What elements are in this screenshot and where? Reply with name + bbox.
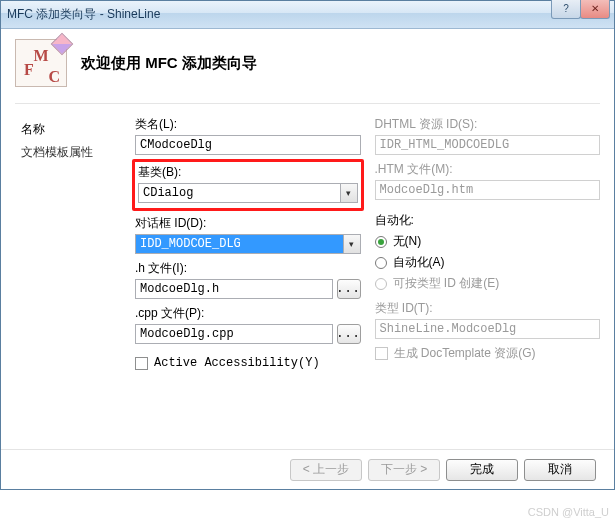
htmfile-input: ModcoeDlg.htm xyxy=(375,180,601,200)
titlebar: MFC 添加类向导 - ShineLine ? ✕ xyxy=(1,1,614,29)
radio-icon xyxy=(375,257,387,269)
baseclass-combo[interactable]: CDialog ▾ xyxy=(138,183,358,203)
close-button[interactable]: ✕ xyxy=(580,0,610,19)
typeid-input: ShineLine.ModcoeDlg xyxy=(375,319,601,339)
radio-icon xyxy=(375,278,387,290)
window-title: MFC 添加类向导 - ShineLine xyxy=(7,6,608,23)
content-area: M F C 欢迎使用 MFC 添加类向导 名称 文档模板属性 类名(L): CM… xyxy=(1,29,614,489)
wizard-title: 欢迎使用 MFC 添加类向导 xyxy=(81,54,257,73)
classname-label: 类名(L): xyxy=(135,116,361,133)
typeid-label: 类型 ID(T): xyxy=(375,300,601,317)
hfile-label: .h 文件(I): xyxy=(135,260,361,277)
checkbox-icon xyxy=(135,357,148,370)
left-column: 类名(L): CModcoeDlg 基类(B): CDialog ▾ 对话框 I… xyxy=(135,116,361,445)
active-accessibility-label: Active Accessibility(Y) xyxy=(154,356,320,370)
chevron-down-icon[interactable]: ▾ xyxy=(340,183,358,203)
mfc-logo-icon: M F C xyxy=(15,39,67,87)
radio-none[interactable]: 无(N) xyxy=(375,233,601,250)
radio-icon xyxy=(375,236,387,248)
radio-automation-label: 自动化(A) xyxy=(393,254,445,271)
right-column: DHTML 资源 ID(S): IDR_HTML_MODCOEDLG .HTM … xyxy=(375,116,601,445)
dialogid-value[interactable]: IDD_MODCOE_DLG xyxy=(135,234,343,254)
cppfile-input[interactable]: ModcoeDlg.cpp xyxy=(135,324,333,344)
hfile-input[interactable]: ModcoeDlg.h xyxy=(135,279,333,299)
help-button[interactable]: ? xyxy=(551,0,581,19)
automation-group-label: 自动化: xyxy=(375,212,601,229)
baseclass-value[interactable]: CDialog xyxy=(138,183,340,203)
dialogid-combo[interactable]: IDD_MODCOE_DLG ▾ xyxy=(135,234,361,254)
dhtml-label: DHTML 资源 ID(S): xyxy=(375,116,601,133)
checkbox-icon xyxy=(375,347,388,360)
active-accessibility-checkbox[interactable]: Active Accessibility(Y) xyxy=(135,356,361,370)
baseclass-label: 基类(B): xyxy=(138,164,358,181)
sidebar-item-doctemplate[interactable]: 文档模板属性 xyxy=(15,141,125,164)
dhtml-input: IDR_HTML_MODCOEDLG xyxy=(375,135,601,155)
browse-cppfile-button[interactable]: ... xyxy=(337,324,361,344)
sidebar: 名称 文档模板属性 xyxy=(15,112,125,449)
watermark: CSDN @Vitta_U xyxy=(528,506,609,518)
radio-automation[interactable]: 自动化(A) xyxy=(375,254,601,271)
wizard-footer: < 上一步 下一步 > 完成 取消 xyxy=(1,449,614,489)
gendoc-checkbox: 生成 DocTemplate 资源(G) xyxy=(375,345,601,362)
chevron-down-icon[interactable]: ▾ xyxy=(343,234,361,254)
gendoc-label: 生成 DocTemplate 资源(G) xyxy=(394,345,536,362)
classname-input[interactable]: CModcoeDlg xyxy=(135,135,361,155)
radio-creatable-label: 可按类型 ID 创建(E) xyxy=(393,275,500,292)
finish-button[interactable]: 完成 xyxy=(446,459,518,481)
wizard-window: MFC 添加类向导 - ShineLine ? ✕ M F C 欢迎使用 MFC… xyxy=(0,0,615,490)
cancel-button[interactable]: 取消 xyxy=(524,459,596,481)
prev-button: < 上一步 xyxy=(290,459,362,481)
sidebar-item-name[interactable]: 名称 xyxy=(15,118,125,141)
cppfile-label: .cpp 文件(P): xyxy=(135,305,361,322)
next-button: 下一步 > xyxy=(368,459,440,481)
dialogid-label: 对话框 ID(D): xyxy=(135,215,361,232)
htmfile-label: .HTM 文件(M): xyxy=(375,161,601,178)
radio-creatable: 可按类型 ID 创建(E) xyxy=(375,275,601,292)
baseclass-highlight: 基类(B): CDialog ▾ xyxy=(132,159,364,211)
wizard-header: M F C 欢迎使用 MFC 添加类向导 xyxy=(1,29,614,103)
radio-none-label: 无(N) xyxy=(393,233,422,250)
browse-hfile-button[interactable]: ... xyxy=(337,279,361,299)
